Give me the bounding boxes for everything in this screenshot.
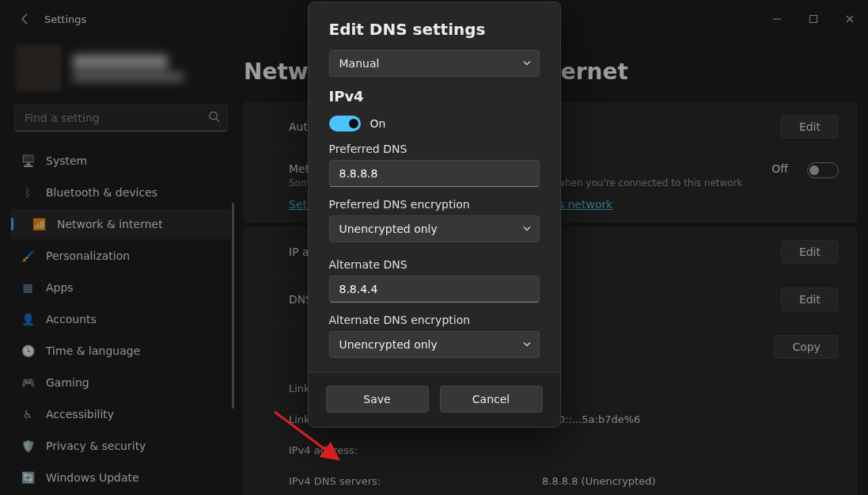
alternate-dns-label: Alternate DNS — [329, 258, 540, 271]
chevron-down-icon — [522, 337, 532, 352]
alternate-dns-enc-value: Unencrypted only — [329, 331, 540, 358]
modal-overlay: Edit DNS settings Manual IPv4 On Preferr… — [0, 0, 868, 495]
alternate-dns-enc-select[interactable]: Unencrypted only — [329, 331, 540, 358]
ipv4-toggle-label: On — [370, 117, 386, 130]
preferred-dns-label: Preferred DNS — [329, 143, 540, 155]
preferred-dns-enc-value: Unencrypted only — [329, 215, 540, 242]
preferred-dns-enc-select[interactable]: Unencrypted only — [329, 215, 540, 242]
dialog-title: Edit DNS settings — [329, 20, 540, 39]
dialog-actions: Save Cancel — [309, 372, 560, 427]
alternate-dns-enc-label: Alternate DNS encryption — [329, 314, 540, 326]
save-button[interactable]: Save — [326, 386, 429, 413]
ipv4-toggle[interactable] — [329, 116, 361, 131]
chevron-down-icon — [522, 56, 532, 71]
alternate-dns-input[interactable] — [329, 276, 540, 303]
mode-select-value: Manual — [329, 50, 540, 77]
chevron-down-icon — [522, 222, 532, 237]
ipv4-heading: IPv4 — [329, 88, 540, 105]
preferred-dns-enc-label: Preferred DNS encryption — [329, 198, 540, 211]
mode-select[interactable]: Manual — [329, 50, 540, 77]
preferred-dns-input[interactable] — [329, 160, 540, 187]
cancel-button[interactable]: Cancel — [440, 386, 543, 413]
edit-dns-dialog: Edit DNS settings Manual IPv4 On Preferr… — [308, 2, 561, 428]
